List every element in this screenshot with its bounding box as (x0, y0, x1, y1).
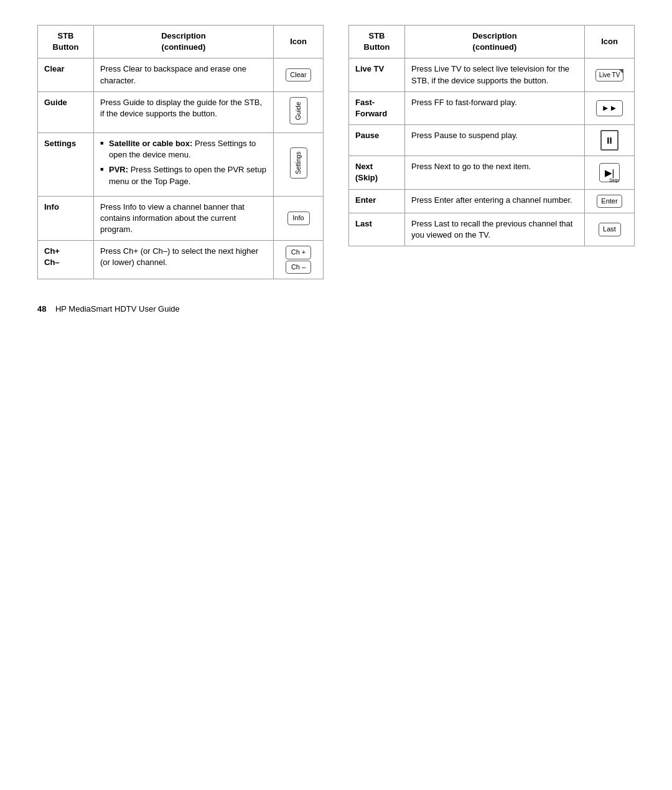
table-row: Next(Skip) Press Next to go to the next … (349, 156, 635, 189)
left-header-desc: Description(continued) (94, 26, 274, 58)
table-row: Ch+Ch– Press Ch+ (or Ch–) to select the … (38, 241, 324, 279)
right-table: STBButton Description(continued) Icon Li… (348, 25, 635, 246)
icon-cell-ch: Ch + Ch – (274, 241, 324, 279)
desc-next: Press Next to go to the next item. (405, 156, 585, 189)
table-row: Pause Press Pause to suspend play. II (349, 125, 635, 156)
table-row: Last Press Last to recall the previous c… (349, 213, 635, 246)
right-header-button: STBButton (349, 26, 405, 58)
skip-icon: ▶| Skip (599, 163, 620, 182)
ch-icon: Ch + Ch – (280, 246, 317, 274)
icon-cell-guide: Guide (274, 91, 324, 132)
page-number: 48 (37, 304, 46, 314)
table-row: Settings Satellite or cable box: Press S… (38, 132, 324, 196)
button-label-ch: Ch+Ch– (38, 241, 94, 279)
ff-icon: ►► (596, 100, 623, 116)
button-label-last: Last (349, 213, 405, 246)
icon-cell-clear: Clear (274, 58, 324, 91)
tables-row: STBButton Description(continued) Icon Cl… (37, 25, 635, 279)
enter-icon: Enter (597, 195, 622, 208)
last-icon: Last (599, 223, 621, 236)
clear-icon: Clear (286, 68, 310, 81)
pause-icon: II (600, 130, 618, 151)
page-layout: STBButton Description(continued) Icon Cl… (37, 25, 635, 314)
desc-pause: Press Pause to suspend play. (405, 125, 585, 156)
info-icon: Info (287, 211, 310, 225)
icon-cell-settings: Settings (274, 132, 324, 196)
left-table: STBButton Description(continued) Icon Cl… (37, 25, 324, 279)
icon-cell-livetv: Live TV (585, 58, 635, 91)
button-label-next: Next(Skip) (349, 156, 405, 189)
right-header-icon: Icon (585, 26, 635, 58)
desc-settings: Satellite or cable box: Press Settings t… (94, 132, 274, 196)
table-row: Guide Press Guide to display the guide f… (38, 91, 324, 132)
button-label-info: Info (38, 196, 94, 241)
guide-icon: Guide (289, 97, 307, 124)
footer: 48 HP MediaSmart HDTV User Guide (37, 304, 635, 314)
left-header-icon: Icon (274, 26, 324, 58)
left-header-button: STBButton (38, 26, 94, 58)
right-table-container: STBButton Description(continued) Icon Li… (348, 25, 635, 279)
icon-cell-info: Info (274, 196, 324, 241)
right-header-desc: Description(continued) (405, 26, 585, 58)
desc-ch: Press Ch+ (or Ch–) to select the next hi… (94, 241, 274, 279)
desc-clear: Press Clear to backspace and erase one c… (94, 58, 274, 91)
skip-label: Skip (609, 177, 619, 184)
desc-guide: Press Guide to display the guide for the… (94, 91, 274, 132)
desc-livetv: Press Live TV to select live television … (405, 58, 585, 91)
button-label-livetv: Live TV (349, 58, 405, 91)
button-label-enter: Enter (349, 189, 405, 213)
button-label-ff: Fast-Forward (349, 91, 405, 124)
button-label-settings: Settings (38, 132, 94, 196)
table-row: Enter Press Enter after entering a chann… (349, 189, 635, 213)
livetv-icon: Live TV (595, 69, 624, 81)
footer-text: HP MediaSmart HDTV User Guide (55, 304, 180, 314)
button-label-clear: Clear (38, 58, 94, 91)
icon-cell-pause: II (585, 125, 635, 156)
table-row: Clear Press Clear to backspace and erase… (38, 58, 324, 91)
button-label-pause: Pause (349, 125, 405, 156)
table-row: Live TV Press Live TV to select live tel… (349, 58, 635, 91)
ch-minus-icon: Ch – (286, 261, 311, 274)
icon-cell-last: Last (585, 213, 635, 246)
icon-cell-skip: ▶| Skip (585, 156, 635, 189)
desc-enter: Press Enter after entering a channel num… (405, 189, 585, 213)
desc-ff: Press FF to fast-forward play. (405, 91, 585, 124)
table-row: Fast-Forward Press FF to fast-forward pl… (349, 91, 635, 124)
desc-info: Press Info to view a channel banner that… (94, 196, 274, 241)
button-label-guide: Guide (38, 91, 94, 132)
icon-cell-enter: Enter (585, 189, 635, 213)
icon-cell-ff: ►► (585, 91, 635, 124)
left-table-container: STBButton Description(continued) Icon Cl… (37, 25, 324, 279)
desc-last: Press Last to recall the previous channe… (405, 213, 585, 246)
ch-plus-icon: Ch + (286, 246, 312, 259)
table-row: Info Press Info to view a channel banner… (38, 196, 324, 241)
settings-icon: Settings (290, 147, 307, 179)
